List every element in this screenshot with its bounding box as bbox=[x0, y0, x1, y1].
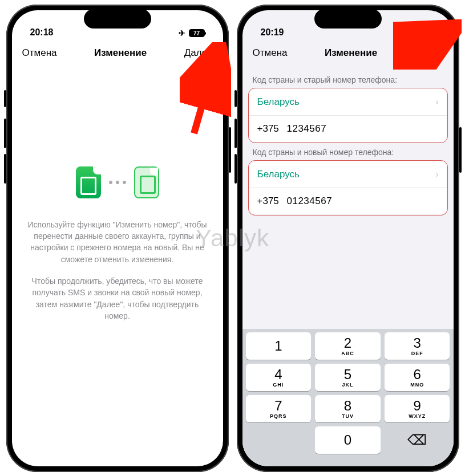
key-2[interactable]: 2ABC bbox=[315, 332, 381, 360]
numeric-keypad: 1 2ABC 3DEF 4GHI 5JKL 6MNO 7PQRS 8TUV 9W… bbox=[242, 329, 454, 466]
chevron-right-icon: › bbox=[435, 169, 438, 180]
content-body: Используйте функцию "Изменить номер", чт… bbox=[12, 66, 223, 466]
status-time: 20:19 bbox=[261, 27, 284, 38]
battery-icon: 77 bbox=[189, 29, 205, 37]
key-5[interactable]: 5JKL bbox=[315, 364, 381, 391]
phone-number-input[interactable]: 01234567 bbox=[287, 196, 439, 207]
key-6[interactable]: 6MNO bbox=[385, 364, 450, 391]
country-row[interactable]: Беларусь › bbox=[249, 161, 447, 188]
status-time: 20:18 bbox=[30, 27, 54, 38]
old-number-card: Беларусь › +375 1234567 bbox=[249, 89, 447, 142]
phone-prefix: +375 bbox=[257, 123, 287, 135]
phone-row[interactable]: +375 1234567 bbox=[249, 116, 447, 142]
next-button[interactable]: Далее bbox=[184, 47, 213, 59]
phone-left: 20:18 ✈ 77 Отмена Изменение Далее Исполь… bbox=[6, 5, 229, 472]
airplane-mode-icon: ✈ bbox=[179, 29, 185, 38]
phone-number-input[interactable]: 1234567 bbox=[287, 123, 439, 135]
dots-icon bbox=[109, 181, 126, 184]
key-1[interactable]: 1 bbox=[246, 332, 312, 360]
battery-icon: 77 bbox=[419, 29, 435, 37]
phone-right: 20:19 ✈ 77 Отмена Изменение Далее Код ст… bbox=[237, 5, 459, 472]
side-button bbox=[4, 90, 6, 107]
cancel-button[interactable]: Отмена bbox=[253, 47, 288, 59]
volume-down-button bbox=[4, 154, 6, 184]
sim-new-icon bbox=[134, 166, 159, 198]
sim-swap-illustration bbox=[76, 166, 159, 198]
volume-up-button bbox=[234, 119, 237, 148]
cancel-button[interactable]: Отмена bbox=[22, 47, 57, 59]
key-blank bbox=[246, 426, 312, 454]
country-value: Беларусь bbox=[257, 96, 436, 108]
nav-title: Изменение bbox=[94, 47, 147, 59]
volume-up-button bbox=[4, 119, 6, 148]
volume-down-button bbox=[234, 154, 237, 184]
next-button[interactable]: Далее bbox=[415, 47, 443, 59]
airplane-mode-icon: ✈ bbox=[409, 29, 416, 38]
dynamic-island bbox=[84, 9, 151, 29]
nav-bar: Отмена Изменение Далее bbox=[12, 40, 223, 66]
old-number-label: Код страны и старый номер телефона: bbox=[242, 70, 454, 89]
key-4[interactable]: 4GHI bbox=[246, 364, 312, 391]
key-3[interactable]: 3DEF bbox=[385, 332, 450, 360]
phone-row[interactable]: +375 01234567 bbox=[249, 188, 447, 214]
content-body: Код страны и старый номер телефона: Бела… bbox=[242, 66, 454, 466]
info-paragraph-1: Используйте функцию "Изменить номер", чт… bbox=[28, 219, 207, 265]
country-row[interactable]: Беларусь › bbox=[249, 89, 447, 116]
key-0[interactable]: 0 bbox=[315, 426, 381, 454]
dynamic-island bbox=[314, 9, 382, 29]
key-backspace[interactable]: ⌫ bbox=[385, 426, 450, 454]
nav-bar: Отмена Изменение Далее bbox=[242, 40, 454, 66]
chevron-right-icon: › bbox=[435, 97, 438, 107]
key-8[interactable]: 8TUV bbox=[315, 395, 381, 422]
power-button bbox=[459, 127, 462, 173]
side-button bbox=[234, 90, 237, 107]
new-number-card: Беларусь › +375 01234567 bbox=[249, 161, 447, 214]
key-7[interactable]: 7PQRS bbox=[246, 395, 312, 422]
nav-title: Изменение bbox=[325, 47, 377, 59]
sim-old-icon bbox=[76, 166, 101, 198]
backspace-icon: ⌫ bbox=[407, 433, 427, 447]
new-number-label: Код страны и новый номер телефона: bbox=[242, 142, 454, 161]
power-button bbox=[229, 127, 231, 173]
key-9[interactable]: 9WXYZ bbox=[385, 395, 450, 422]
phone-prefix: +375 bbox=[257, 196, 287, 207]
country-value: Беларусь bbox=[257, 169, 436, 180]
info-paragraph-2: Чтобы продолжить, убедитесь, что вы може… bbox=[28, 275, 207, 322]
